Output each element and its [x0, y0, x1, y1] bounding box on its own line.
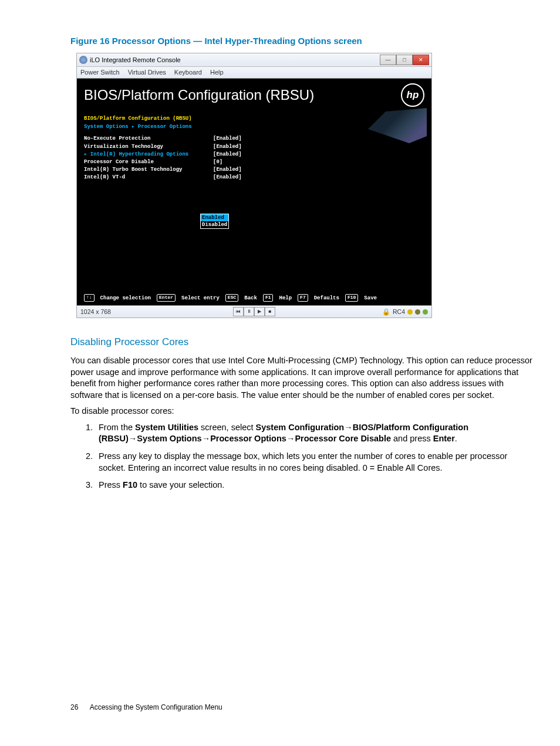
opt-vt-d-val: [Enabled]	[213, 174, 424, 181]
status-led-3	[423, 309, 428, 315]
key-f10-label: Save	[364, 295, 377, 302]
status-encryption: RC4	[393, 308, 405, 316]
dropdown-option-enabled[interactable]: Enabled	[201, 214, 228, 221]
status-resolution: 1024 x 768	[80, 308, 111, 316]
minimize-button[interactable]: —	[380, 55, 396, 65]
step1-bold-6: Processor Core Disable	[295, 434, 391, 443]
step1-text-4: .	[455, 434, 457, 443]
opt-turbo-boost-val: [Enabled]	[213, 166, 424, 173]
figure-caption: Figure 16 Processor Options — Intel Hype…	[70, 35, 537, 47]
key-enter-label: Select entry	[181, 295, 220, 302]
key-esc-label: Back	[244, 295, 257, 302]
maximize-button[interactable]: □	[396, 55, 413, 65]
key-esc: ESC	[225, 294, 238, 302]
step1-bold-2: System Configuration	[256, 423, 345, 432]
status-led-2	[415, 309, 420, 315]
arrow-3: →	[202, 434, 211, 443]
screenshot: iLO Integrated Remote Console — □ ✕ Powe…	[76, 53, 432, 318]
step-1: From the System Utilities screen, select…	[95, 422, 537, 445]
key-arrows-label: Change selection	[100, 295, 151, 302]
step1-bold-5: Processor Options	[210, 434, 286, 443]
status-playback-controls: ⏮ ⏸ ▶ ■	[233, 307, 275, 316]
hp-logo-icon: hp	[401, 83, 424, 107]
step1-bold-1: System Utilities	[135, 423, 198, 432]
menu-virtual-drives[interactable]: Virtual Drives	[128, 68, 166, 77]
status-btn-play[interactable]: ▶	[254, 307, 265, 316]
page-footer: 26 Accessing the System Configuration Me…	[70, 703, 537, 712]
arrow-1: →	[344, 423, 353, 432]
key-f7-label: Defaults	[314, 295, 339, 302]
opt-hyperthreading-val: [Enabled]	[213, 151, 424, 158]
step3-text-1: Press	[99, 480, 123, 490]
window-titlebar: iLO Integrated Remote Console — □ ✕	[77, 53, 431, 67]
step-3: Press F10 to save your selection.	[95, 480, 537, 491]
window-title: iLO Integrated Remote Console	[90, 56, 380, 65]
step-2: Press any key to display the message box…	[95, 451, 537, 474]
section-heading: Disabling Processor Cores	[70, 336, 537, 349]
app-icon	[79, 56, 87, 64]
key-f1: F1	[263, 294, 274, 302]
statusbar: 1024 x 768 ⏮ ⏸ ▶ ■ 🔒 RC4	[77, 305, 431, 318]
menubar: Power Switch Virtual Drives Keyboard Hel…	[77, 67, 431, 79]
step1-text-3: and press	[391, 434, 433, 443]
bios-options-list: No-Execute Protection [Enabled] Virtuali…	[84, 135, 424, 181]
opt-core-disable[interactable]: Processor Core Disable	[84, 158, 213, 166]
footer-title: Accessing the System Configuration Menu	[90, 703, 222, 711]
opt-core-disable-val: [0]	[213, 158, 424, 166]
arrow-4: →	[286, 434, 295, 443]
step1-bold-4: System Options	[137, 434, 201, 443]
opt-turbo-boost[interactable]: Intel(R) Turbo Boost Technology	[84, 166, 213, 173]
hyperthreading-dropdown[interactable]: Enabled Disabled	[200, 214, 229, 229]
close-button[interactable]: ✕	[413, 55, 429, 65]
section-para-2: To disable processor cores:	[70, 406, 537, 417]
key-enter: Enter	[157, 294, 176, 302]
status-btn-rewind[interactable]: ⏮	[233, 307, 244, 316]
menu-power-switch[interactable]: Power Switch	[80, 68, 120, 77]
section-para-1: You can disable processor cores that use…	[70, 355, 537, 401]
arrow-2: →	[129, 434, 137, 443]
opt-hyperthreading[interactable]: Intel(R) Hyperthreading Options	[84, 151, 213, 158]
page-number: 26	[70, 703, 88, 712]
status-btn-pause[interactable]: ⏸	[244, 307, 254, 316]
step3-text-2: to save your selection.	[137, 480, 224, 490]
opt-vt-d[interactable]: Intel(R) VT-d	[84, 174, 213, 181]
bios-screen: BIOS/Platform Configuration (RBSU) hp BI…	[77, 79, 431, 305]
bios-breadcrumb-1: BIOS/Platform Configuration (RBSU)	[84, 115, 424, 122]
menu-keyboard[interactable]: Keyboard	[174, 68, 202, 77]
step1-text: From the	[99, 423, 135, 432]
key-arrows: ↑↓	[84, 294, 95, 302]
status-led-1	[407, 309, 413, 315]
key-f1-label: Help	[279, 295, 292, 302]
key-f10: F10	[345, 294, 358, 302]
opt-virtualization[interactable]: Virtualization Technology	[84, 143, 213, 150]
step3-bold-1: F10	[123, 480, 137, 490]
status-btn-stop[interactable]: ■	[265, 307, 275, 316]
step1-text-2: screen, select	[198, 423, 256, 432]
bios-keybar: ↑↓ Change selection Enter Select entry E…	[84, 294, 377, 302]
key-f7: F7	[298, 294, 308, 302]
bios-title: BIOS/Platform Configuration (RBSU)	[84, 86, 314, 104]
step1-bold-7: Enter	[433, 434, 455, 443]
steps-list: From the System Utilities screen, select…	[70, 422, 537, 491]
menu-help[interactable]: Help	[210, 68, 224, 77]
lock-icon: 🔒	[382, 308, 390, 316]
opt-no-execute[interactable]: No-Execute Protection	[84, 135, 213, 142]
opt-virtualization-val: [Enabled]	[213, 143, 424, 150]
dropdown-option-disabled[interactable]: Disabled	[201, 221, 228, 228]
